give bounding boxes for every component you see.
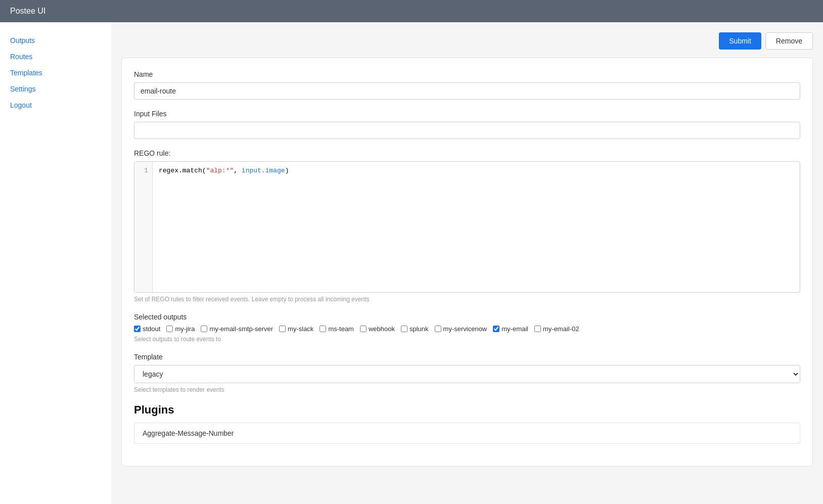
code-function: regex.match( [159,167,206,174]
checkbox-my-slack-input[interactable] [279,326,286,332]
checkbox-ms-team[interactable]: ms-team [319,325,354,333]
sidebar-item-outputs[interactable]: Outputs [0,32,111,49]
template-select[interactable]: legacy [134,365,800,383]
plugin-name: Aggregate-Message-Number [143,429,234,437]
form-card: Name Input Files REGO rule: 1 regex.matc… [121,58,813,467]
outputs-hint: Select outputs to route events to [134,336,800,343]
remove-button[interactable]: Remove [765,32,813,50]
rego-label: REGO rule: [134,149,800,157]
checkbox-my-email-02-input[interactable] [534,326,541,332]
topbar: Postee UI [0,0,823,22]
checkbox-my-email-02[interactable]: my-email-02 [534,325,579,333]
name-group: Name [134,70,800,100]
header-row: Submit Remove [121,32,813,50]
checkbox-stdout[interactable]: stdout [134,325,160,333]
code-string: "alp:*" [206,167,234,174]
code-comma: , [234,167,242,174]
checkbox-my-jira-input[interactable] [166,326,173,332]
rego-hint: Set of REGO rules to filter received eve… [134,296,800,303]
checkbox-my-jira-label: my-jira [175,325,195,333]
template-group: Template legacy Select templates to rend… [134,353,800,393]
code-paren-close: ) [285,167,289,174]
line-number-1: 1 [144,167,148,174]
template-label: Template [134,353,800,361]
checkbox-splunk[interactable]: splunk [401,325,429,333]
checkbox-stdout-input[interactable] [134,326,141,332]
code-content: regex.match("alp:*", input.image) [153,162,800,292]
checkbox-my-slack-label: my-slack [288,325,313,333]
checkbox-ms-team-label: ms-team [328,325,354,333]
checkboxes-row: stdout my-jira my-email-smtp-server my-s… [134,325,800,333]
main-content: Submit Remove Name Input Files REGO rule… [111,22,823,504]
checkbox-my-email-02-label: my-email-02 [543,325,579,333]
checkbox-my-email-label: my-email [501,325,528,333]
input-files-label: Input Files [134,110,800,118]
template-hint: Select templates to render events [134,386,800,393]
app-title: Postee UI [10,7,45,16]
plugins-section: Plugins Aggregate-Message-Number [134,403,800,444]
sidebar-item-logout[interactable]: Logout [0,97,111,113]
checkbox-webhook-label: webhook [369,325,395,333]
checkbox-my-slack[interactable]: my-slack [279,325,313,333]
sidebar-item-settings[interactable]: Settings [0,81,111,97]
outputs-group: Selected outputs stdout my-jira my-email… [134,313,800,343]
checkbox-my-email[interactable]: my-email [493,325,528,333]
input-files-input[interactable] [134,122,800,139]
checkbox-my-email-smtp-label: my-email-smtp-server [209,325,273,333]
checkbox-ms-team-input[interactable] [319,326,326,332]
checkbox-my-servicenow-label: my-servicenow [443,325,487,333]
sidebar-item-routes[interactable]: Routes [0,49,111,65]
checkbox-stdout-label: stdout [143,325,160,333]
layout: Outputs Routes Templates Settings Logout… [0,22,823,504]
checkbox-my-jira[interactable]: my-jira [166,325,195,333]
checkbox-my-servicenow-input[interactable] [435,326,441,332]
name-label: Name [134,70,800,78]
rego-editor[interactable]: 1 regex.match("alp:*", input.image) [134,161,800,293]
checkbox-webhook-input[interactable] [360,326,367,332]
outputs-label: Selected outputs [134,313,800,321]
plugins-heading: Plugins [134,403,800,417]
checkbox-my-email-smtp[interactable]: my-email-smtp-server [201,325,273,333]
code-variable: input.image [242,167,285,174]
line-numbers: 1 [134,162,153,292]
checkbox-splunk-label: splunk [409,325,429,333]
input-files-group: Input Files [134,110,800,139]
checkbox-my-email-smtp-input[interactable] [201,326,207,332]
checkbox-webhook[interactable]: webhook [360,325,395,333]
plugin-item: Aggregate-Message-Number [134,423,800,444]
checkbox-splunk-input[interactable] [401,326,407,332]
name-input[interactable] [134,82,800,100]
checkbox-my-servicenow[interactable]: my-servicenow [435,325,487,333]
submit-button[interactable]: Submit [719,32,761,50]
checkbox-my-email-input[interactable] [493,326,499,332]
rego-group: REGO rule: 1 regex.match("alp:*", input.… [134,149,800,303]
sidebar: Outputs Routes Templates Settings Logout [0,22,111,504]
sidebar-item-templates[interactable]: Templates [0,65,111,81]
